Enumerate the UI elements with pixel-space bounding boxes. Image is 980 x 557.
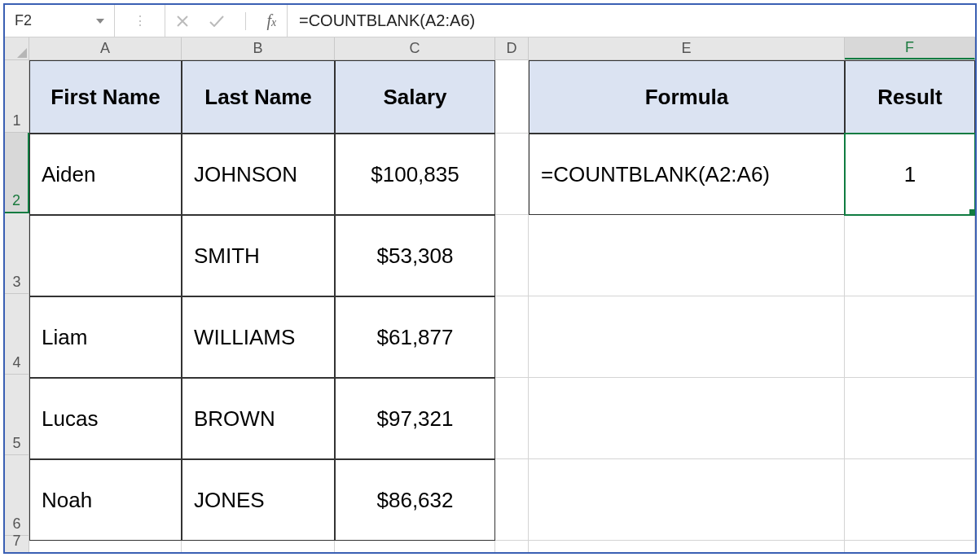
cell-B3[interactable]: SMITH	[182, 215, 335, 296]
sheet-row-2: Aiden JOHNSON $100,835 =COUNTBLANK(A2:A6…	[29, 134, 975, 215]
cell-A5[interactable]: Lucas	[29, 378, 182, 459]
cell-E6[interactable]	[529, 459, 845, 541]
sheet-row-1: First Name Last Name Salary Formula Resu…	[29, 60, 975, 134]
cell-A4[interactable]: Liam	[29, 296, 182, 378]
cell-E5[interactable]	[529, 378, 845, 459]
row-header-3[interactable]: 3	[5, 213, 29, 294]
cell-A2[interactable]: Aiden	[29, 134, 182, 215]
sheet-row-6: Noah JONES $86,632	[29, 459, 975, 541]
cell-B7[interactable]	[182, 541, 335, 552]
cell-B2[interactable]: JOHNSON	[182, 134, 335, 215]
fx-icon[interactable]: fx	[266, 11, 276, 30]
cell-E1[interactable]: Formula	[529, 60, 845, 134]
cell-F4[interactable]	[845, 296, 975, 378]
row-header-2[interactable]: 2	[5, 133, 29, 213]
cell-D6[interactable]	[495, 459, 529, 541]
col-header-B[interactable]: B	[182, 37, 335, 59]
sheet-row-5: Lucas BROWN $97,321	[29, 378, 975, 459]
cell-F1[interactable]: Result	[845, 60, 975, 134]
app-frame: F2 ⋮ fx =COUNTBLANK(A2:A6) A B C D E	[3, 3, 977, 554]
name-box[interactable]: F2	[5, 5, 115, 37]
cell-E3[interactable]	[529, 215, 845, 296]
formula-text: =COUNTBLANK(A2:A6)	[299, 11, 475, 30]
cell-B5[interactable]: BROWN	[182, 378, 335, 459]
cell-A1[interactable]: First Name	[29, 60, 182, 134]
row-header-1[interactable]: 1	[5, 60, 29, 133]
cell-C4[interactable]: $61,877	[335, 296, 495, 378]
drag-dots-icon: ⋮	[134, 13, 146, 29]
sheet-row-7	[29, 541, 975, 552]
formula-bar-handle: ⋮	[115, 5, 165, 37]
cells-area: First Name Last Name Salary Formula Resu…	[29, 60, 975, 552]
cell-C5[interactable]: $97,321	[335, 378, 495, 459]
cell-A3[interactable]	[29, 215, 182, 296]
cell-D1[interactable]	[495, 60, 529, 134]
cell-B6[interactable]: JONES	[182, 459, 335, 541]
cell-C7[interactable]	[335, 541, 495, 552]
cell-E7[interactable]	[529, 541, 845, 552]
col-header-F[interactable]: F	[845, 37, 975, 59]
cell-A6[interactable]: Noah	[29, 459, 182, 541]
cell-F3[interactable]	[845, 215, 975, 296]
name-box-value: F2	[15, 12, 94, 29]
row-headers: 1 2 3 4 5 6 7	[5, 60, 29, 552]
cell-C1[interactable]: Salary	[335, 60, 495, 134]
cell-F6[interactable]	[845, 459, 975, 541]
cell-D3[interactable]	[495, 215, 529, 296]
sheet-row-4: Liam WILLIAMS $61,877	[29, 296, 975, 378]
cell-C2[interactable]: $100,835	[335, 134, 495, 215]
separator	[245, 12, 246, 30]
cancel-icon[interactable]	[176, 15, 189, 28]
row-header-7[interactable]: 7	[5, 536, 29, 552]
col-header-A[interactable]: A	[29, 37, 182, 59]
formula-bar: F2 ⋮ fx =COUNTBLANK(A2:A6)	[5, 5, 975, 37]
formula-input[interactable]: =COUNTBLANK(A2:A6)	[288, 5, 975, 37]
cell-F7[interactable]	[845, 541, 975, 552]
cell-A7[interactable]	[29, 541, 182, 552]
col-header-D[interactable]: D	[495, 37, 529, 59]
cell-C6[interactable]: $86,632	[335, 459, 495, 541]
cell-F5[interactable]	[845, 378, 975, 459]
enter-icon[interactable]	[209, 15, 224, 27]
row-header-4[interactable]: 4	[5, 294, 29, 375]
cell-E4[interactable]	[529, 296, 845, 378]
sheet-row-3: SMITH $53,308	[29, 215, 975, 296]
cell-D4[interactable]	[495, 296, 529, 378]
cell-F2[interactable]: 1	[845, 134, 975, 215]
grid: 1 2 3 4 5 6 7 First Name Last Name Salar…	[5, 60, 975, 552]
name-box-dropdown-icon[interactable]	[94, 15, 106, 27]
col-header-E[interactable]: E	[529, 37, 845, 59]
cell-C3[interactable]: $53,308	[335, 215, 495, 296]
select-all-corner[interactable]	[5, 37, 29, 59]
cell-E2[interactable]: =COUNTBLANK(A2:A6)	[529, 134, 845, 215]
row-header-5[interactable]: 5	[5, 375, 29, 455]
cell-D7[interactable]	[495, 541, 529, 552]
cell-D5[interactable]	[495, 378, 529, 459]
formula-bar-buttons: fx	[165, 5, 288, 37]
col-header-C[interactable]: C	[335, 37, 495, 59]
row-header-6[interactable]: 6	[5, 455, 29, 536]
column-headers: A B C D E F	[5, 37, 975, 60]
cell-B1[interactable]: Last Name	[182, 60, 335, 134]
cell-D2[interactable]	[495, 134, 529, 215]
cell-B4[interactable]: WILLIAMS	[182, 296, 335, 378]
